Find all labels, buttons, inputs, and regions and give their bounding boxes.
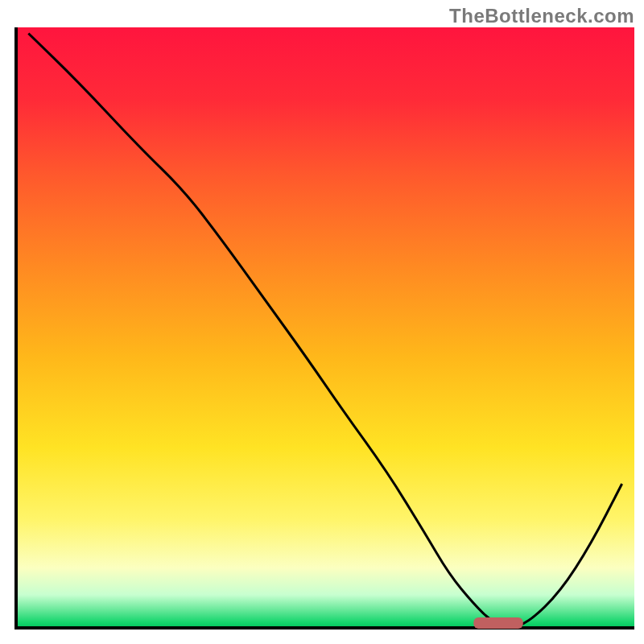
gradient-background	[16, 27, 634, 628]
optimal-marker	[473, 617, 522, 629]
bottleneck-chart	[0, 0, 644, 644]
chart-container: { "watermark": "TheBottleneck.com", "cha…	[0, 0, 644, 644]
watermark-text: TheBottleneck.com	[449, 5, 634, 27]
